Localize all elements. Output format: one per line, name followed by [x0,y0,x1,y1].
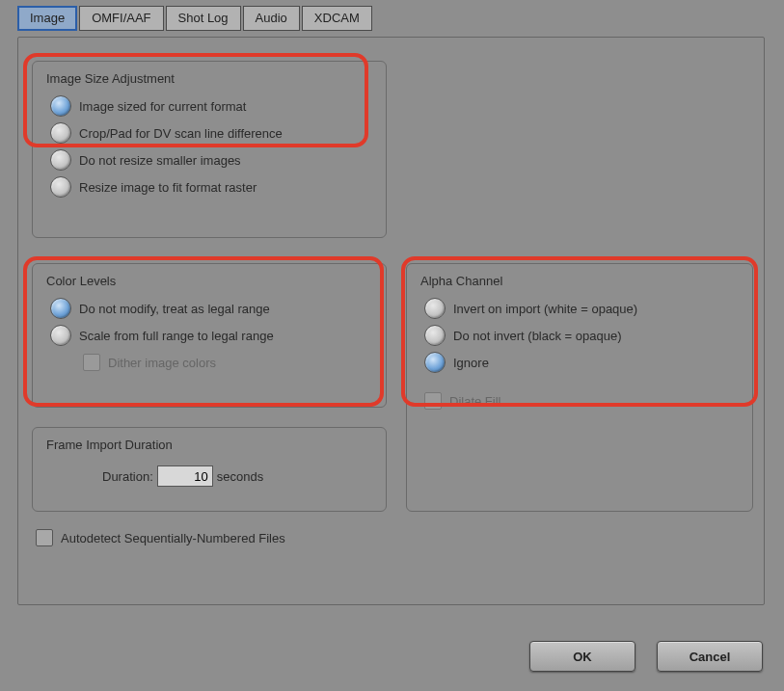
label-alpha-invert: Invert on import (white = opaque) [453,302,637,316]
label-dither: Dither image colors [108,356,216,370]
radio-scale-full-to-legal[interactable] [50,325,71,346]
input-duration[interactable] [157,465,213,487]
group-color-levels: Color Levels Do not modify, treat as leg… [32,263,387,408]
group-title-image-size: Image Size Adjustment [46,71,372,86]
settings-panel: Image Size Adjustment Image sized for cu… [17,37,765,605]
row-autodetect: Autodetect Sequentially-Numbered Files [36,529,285,546]
radio-alpha-invert[interactable] [424,298,446,319]
group-alpha-channel: Alpha Channel Invert on import (white = … [406,263,753,512]
label-image-sized-current: Image sized for current format [79,99,246,114]
label-alpha-ignore: Ignore [453,356,489,370]
label-no-resize-smaller: Do not resize smaller images [79,153,241,168]
radio-alpha-noinvert[interactable] [424,325,446,346]
label-do-not-modify: Do not modify, treat as legal range [79,302,270,316]
radio-no-resize-smaller[interactable] [50,149,71,171]
group-title-color-levels: Color Levels [46,274,372,288]
cancel-button[interactable]: Cancel [657,641,763,672]
tab-image[interactable]: Image [17,6,77,31]
tab-shotlog[interactable]: Shot Log [166,6,241,31]
radio-image-sized-current[interactable] [50,95,71,117]
label-autodetect: Autodetect Sequentially-Numbered Files [61,531,285,545]
checkbox-dither [83,354,100,371]
ok-button[interactable]: OK [529,641,635,672]
label-duration: Duration: [102,469,153,484]
radio-do-not-modify[interactable] [50,298,71,319]
label-resize-fit-raster: Resize image to fit format raster [79,180,257,195]
dialog-buttons: OK Cancel [529,641,763,672]
tab-omfiaaf[interactable]: OMFI/AAF [79,6,163,31]
label-scale-full-to-legal: Scale from full range to legal range [79,329,274,343]
group-title-alpha: Alpha Channel [420,274,739,288]
tab-bar: Image OMFI/AAF Shot Log Audio XDCAM [0,0,784,31]
label-dilate-fill: Dilate Fill [449,394,500,409]
radio-alpha-ignore[interactable] [424,352,446,373]
label-alpha-noinvert: Do not invert (black = opaque) [453,329,622,343]
group-image-size: Image Size Adjustment Image sized for cu… [32,61,387,238]
label-crop-pad-dv: Crop/Pad for DV scan line difference [79,126,283,141]
radio-crop-pad-dv[interactable] [50,122,71,144]
checkbox-autodetect[interactable] [36,529,53,546]
radio-resize-fit-raster[interactable] [50,176,71,198]
label-duration-unit: seconds [217,469,263,484]
group-frame-import: Frame Import Duration Duration: seconds [32,427,387,512]
tab-audio[interactable]: Audio [243,6,300,31]
tab-xdcam[interactable]: XDCAM [302,6,372,31]
group-title-frame-import: Frame Import Duration [46,438,372,452]
checkbox-dilate-fill [424,392,442,410]
